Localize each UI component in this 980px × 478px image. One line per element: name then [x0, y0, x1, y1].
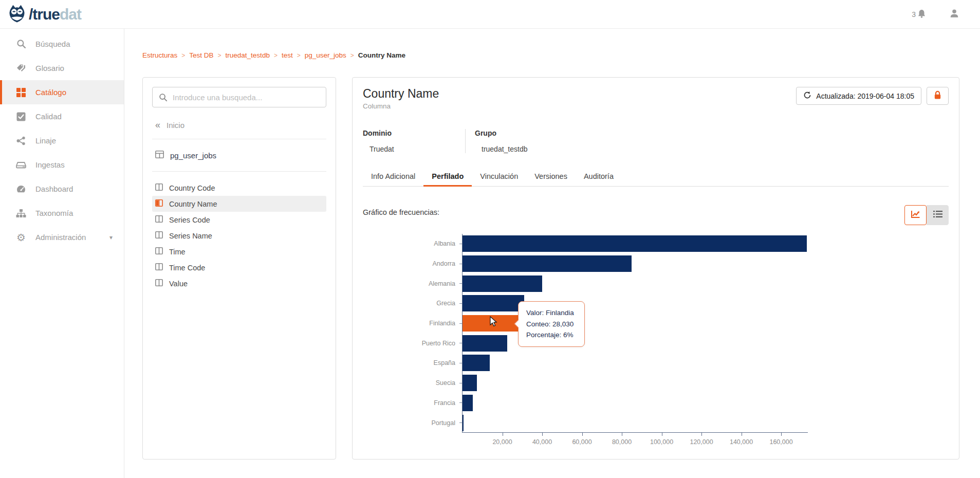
sidebar-item-administracion[interactable]: ⚙ Administración ▾ [0, 225, 124, 249]
x-axis-tick [781, 432, 782, 436]
tachometer-icon [15, 185, 27, 194]
sidebar-item-dashboard[interactable]: Dashboard [0, 177, 124, 201]
notifications-button[interactable]: 3 [912, 9, 927, 20]
tooltip-percentage: Porcentaje: 6% [526, 329, 584, 341]
bar-españa[interactable] [463, 355, 490, 371]
breadcrumb-link[interactable]: test [282, 51, 293, 59]
breadcrumb-link[interactable]: pg_user_jobs [305, 51, 346, 59]
tree-column-item[interactable]: Value [152, 275, 326, 291]
bar-albania[interactable] [463, 235, 807, 252]
hard-drive-icon [15, 160, 27, 170]
frequency-chart: AlbaniaAndorraAlemaniaGreciaFinlandiaPue… [363, 234, 808, 433]
tree-column-label: Time Code [169, 264, 205, 272]
x-axis-tick [582, 432, 583, 436]
tree-column-label: Time [169, 248, 186, 256]
breadcrumb-separator: > [218, 52, 221, 59]
sidebar-item-ingestas[interactable]: Ingestas [0, 153, 124, 177]
line-chart-icon [911, 210, 920, 220]
x-tick-label: 20,000 [492, 438, 512, 446]
search-icon [15, 39, 27, 49]
sidebar-item-taxonomia[interactable]: Taxonomía [0, 201, 124, 225]
bar-grecia[interactable] [463, 295, 524, 311]
notification-count: 3 [912, 10, 916, 19]
y-axis-label: Francia [363, 393, 462, 413]
lock-button[interactable] [927, 87, 949, 105]
breadcrumb-current: Country Name [358, 51, 405, 59]
bar-portugal[interactable] [463, 415, 464, 431]
tree-column-label: Series Code [169, 216, 210, 224]
sidebar-item-busqueda[interactable]: Búsqueda [0, 32, 124, 56]
bar-andorra[interactable] [463, 255, 632, 272]
y-axis-label: Alemania [363, 273, 462, 293]
tree-column-item[interactable]: Series Code [152, 212, 326, 228]
user-menu-button[interactable] [949, 8, 959, 21]
breadcrumb-link[interactable]: Estructuras [142, 51, 177, 59]
tree-search-box [152, 87, 326, 107]
sidebar-item-catalogo[interactable]: Catálogo [0, 80, 124, 104]
x-tick-label: 40,000 [532, 438, 552, 446]
bar-alemania[interactable] [463, 275, 542, 292]
x-axis-tick [503, 432, 503, 436]
chart-view-button[interactable] [904, 205, 927, 225]
main-sidebar: Búsqueda Glosario Catálogo Calidad Linaj… [0, 29, 124, 478]
list-icon [933, 210, 942, 220]
tree-column-item[interactable]: Time Code [152, 260, 326, 275]
group-label: Grupo [475, 129, 528, 137]
breadcrumb-link[interactable]: truedat_testdb [226, 51, 270, 59]
sidebar-item-linaje[interactable]: Linaje [0, 128, 124, 153]
divider [152, 139, 326, 139]
chart-y-axis: AlbaniaAndorraAlemaniaGreciaFinlandiaPue… [363, 234, 462, 433]
sidebar-item-calidad[interactable]: Calidad [0, 104, 124, 128]
double-chevron-left-icon: « [155, 120, 160, 131]
tree-column-list: Country CodeCountry NameSeries CodeSerie… [152, 180, 326, 291]
tab-vinculacion[interactable]: Vinculación [472, 168, 526, 186]
y-axis-label: Grecia [363, 293, 462, 314]
tree-column-item[interactable]: Country Name [152, 196, 326, 212]
divider [152, 171, 326, 172]
sidebar-item-label: Administración [35, 233, 86, 242]
bar-row [463, 333, 808, 353]
lock-icon [933, 90, 942, 101]
refresh-updated-button[interactable]: Actualizada: 2019-06-04 18:05 [796, 87, 921, 105]
y-axis-label: Puerto Rico [363, 333, 462, 353]
search-icon [159, 93, 168, 102]
user-icon [949, 11, 959, 20]
tooltip-value: Valor: Finlandia [526, 307, 584, 319]
chart-title: Gráfico de frecuencias: [363, 205, 439, 216]
bar-puerto-rico[interactable] [463, 335, 507, 352]
mouse-cursor [489, 316, 501, 329]
owl-logo-icon [7, 4, 27, 25]
tree-column-item[interactable]: Series Name [152, 228, 326, 244]
bar-row [463, 373, 808, 393]
breadcrumb-separator: > [350, 52, 354, 59]
bell-icon [917, 9, 927, 20]
x-tick-label: 100,000 [650, 438, 673, 446]
truedat-logo[interactable]: /truedat [0, 4, 81, 25]
tab-versiones[interactable]: Versiones [526, 168, 576, 186]
sidebar-item-label: Búsqueda [35, 40, 70, 48]
tab-auditoria[interactable]: Auditoría [576, 168, 622, 186]
tree-column-label: Country Code [169, 184, 215, 192]
tree-column-item[interactable]: Country Code [152, 180, 326, 196]
group-value: truedat_testdb [475, 145, 528, 153]
tree-column-item[interactable]: Time [152, 244, 326, 260]
tab-perfilado[interactable]: Perfilado [423, 168, 472, 186]
detail-tabs: Info Adicional Perfilado Vinculación Ver… [363, 168, 949, 187]
bar-suecia[interactable] [463, 375, 477, 391]
tree-home-link[interactable]: « Inicio [155, 120, 326, 131]
updated-label: Actualizada: 2019-06-04 18:05 [816, 92, 914, 100]
bar-row [463, 293, 808, 314]
breadcrumb-separator: > [181, 52, 185, 59]
search-input[interactable] [173, 93, 326, 102]
list-view-button[interactable] [927, 205, 949, 225]
x-tick-label: 80,000 [612, 438, 632, 446]
tree-home-label: Inicio [167, 121, 184, 130]
breadcrumb-link[interactable]: Test DB [189, 51, 213, 59]
tab-info-adicional[interactable]: Info Adicional [363, 168, 423, 186]
bar-row [463, 393, 808, 413]
breadcrumb-separator: > [274, 52, 278, 59]
sidebar-item-glosario[interactable]: Glosario [0, 56, 124, 80]
bar-francia[interactable] [463, 395, 473, 411]
tree-table-item[interactable]: pg_user_jobs [152, 148, 326, 163]
check-square-icon [15, 112, 27, 121]
